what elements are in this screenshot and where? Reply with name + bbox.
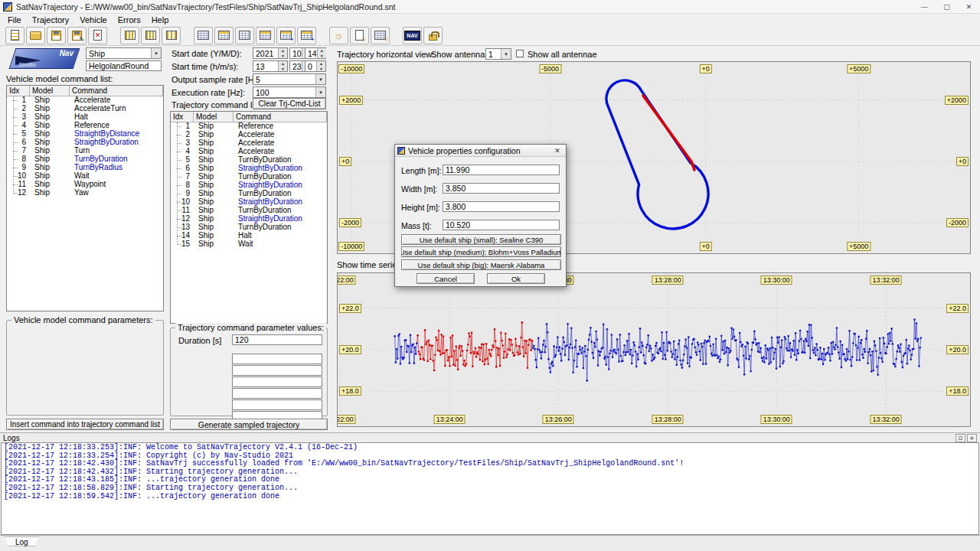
trajectory-param-input-2[interactable] (232, 354, 322, 364)
sample-rate-select[interactable]: 5▼ (253, 73, 326, 85)
command-row-15[interactable]: 15ShipWait (171, 240, 327, 249)
vehicle-properties-icon (355, 30, 364, 41)
duration-input[interactable]: 120 (232, 334, 322, 345)
menu-file[interactable]: File (2, 15, 27, 24)
cmd-table-2-button[interactable] (214, 27, 234, 44)
chevron-down-icon[interactable]: ▼ (315, 87, 325, 97)
spinner-arrows-icon[interactable]: ▲▼ (316, 61, 325, 71)
column-header-idx[interactable]: Idx (171, 112, 194, 122)
cancel-button[interactable]: Cancel (416, 273, 475, 284)
execution-rate-select[interactable]: 100▼ (253, 86, 326, 98)
cmd-table-5-button[interactable] (276, 27, 296, 44)
trajectory-command-table[interactable]: IdxModelCommand1ShipReference2ShipAccele… (170, 111, 328, 324)
clear-trj-cmd-list-button[interactable]: Clear Trj-Cmd-List (253, 98, 326, 109)
vehicle-properties-dialog: Vehicle properties configuration ✕ Lengt… (394, 144, 567, 287)
start-time-second-spinner[interactable]: 0 ▲▼ (305, 60, 326, 72)
error-levels-2-button[interactable] (141, 27, 160, 44)
height-input[interactable]: 3.800 (443, 201, 560, 212)
save-file-button[interactable] (47, 27, 66, 44)
trajectory-param-input-3[interactable] (232, 365, 322, 376)
vehicle-type-select[interactable]: Ship▼ (86, 47, 162, 59)
logs-float-icon[interactable]: ⊡ (956, 434, 965, 442)
cmd-table-4-button[interactable] (256, 27, 275, 44)
axis-tick-label: +2000 (339, 96, 363, 105)
default-ship-medium-button[interactable]: Use default ship (medium): Blohm+Voss Pa… (401, 246, 561, 257)
error-levels-export-button[interactable] (162, 27, 181, 44)
window-title: SatNavTrajectory - E:/WW/ww00_bin/SatNav… (16, 2, 395, 11)
logs-panel-header: Logs ⊡ ✕ (0, 432, 980, 442)
insert-command-button[interactable]: Insert command into trajectory command l… (6, 419, 164, 430)
column-header-model[interactable]: Model (194, 112, 234, 122)
nav-mode-icon: NAV (404, 31, 420, 41)
default-ship-big-button[interactable]: Use default ship (big): Maersk Alabama (401, 259, 561, 270)
menu-trajectory[interactable]: Trajectory (27, 15, 75, 24)
vehicle-type-value: Ship (89, 49, 105, 58)
chevron-down-icon[interactable]: ▼ (315, 74, 325, 84)
menu-errors[interactable]: Errors (113, 15, 146, 24)
start-date-year-spinner[interactable]: 2021 ▲▼ (253, 47, 288, 59)
axis-tick-label: 13:22:00 (337, 276, 356, 285)
dialog-close-icon[interactable]: ✕ (551, 147, 564, 155)
spinner-arrows-icon[interactable]: ▲▼ (278, 48, 287, 58)
trajectory-parameter-values-group: Trajectory command parameter values: Dur… (170, 328, 328, 416)
column-header-idx[interactable]: Idx (7, 86, 30, 96)
error-levels-2-icon (145, 31, 156, 40)
save-file-as-button[interactable] (67, 27, 87, 44)
default-ship-small-button[interactable]: Use default ship (small): Sealine C390 (401, 234, 561, 245)
maximize-button[interactable]: ▢ (936, 0, 958, 14)
settings-button[interactable] (329, 27, 348, 44)
nav-mode-button[interactable]: NAV (403, 27, 422, 44)
column-header-command[interactable]: Command (70, 86, 163, 96)
dialog-titlebar[interactable]: Vehicle properties configuration ✕ (395, 145, 566, 157)
start-time-hour-spinner[interactable]: 13 ▲▼ (253, 60, 288, 72)
axis-tick-label: +5000 (847, 64, 871, 73)
log-tab[interactable]: Log (4, 536, 40, 546)
command-row-12[interactable]: 12ShipYaw (7, 189, 163, 197)
vehicle-model-command-list-label: Vehicle model command list: (6, 74, 113, 83)
trajectory-param-input-5[interactable] (232, 388, 322, 399)
close-file-button[interactable] (88, 27, 107, 44)
spinner-arrows-icon[interactable]: ▲▼ (317, 48, 326, 58)
axis-tick-label: +0 (700, 64, 712, 73)
axis-tick-label: +22.0 (339, 304, 361, 313)
trajectory-param-input-4[interactable] (232, 377, 322, 387)
axis-tick-label: +0 (339, 157, 351, 166)
logs-close-icon[interactable]: ✕ (967, 434, 977, 442)
vehicle-model-command-table[interactable]: IdxModelCommand1ShipAccelerate2ShipAccel… (6, 85, 164, 311)
new-file-button[interactable] (5, 27, 24, 44)
generate-trajectory-button[interactable]: Generate sampled trajectory (170, 419, 328, 430)
width-input[interactable]: 3.850 (443, 183, 560, 194)
error-levels-1-button[interactable] (120, 27, 139, 44)
column-header-command[interactable]: Command (234, 112, 327, 122)
close-button[interactable]: ✕ (958, 0, 980, 14)
logo-nav-text: Nav (60, 49, 74, 57)
trajectory-param-input-6[interactable] (232, 399, 322, 410)
axis-tick-label: +18.0 (339, 386, 361, 396)
execution-rate-value: 100 (256, 88, 270, 97)
length-input[interactable]: 11.990 (443, 165, 560, 175)
chevron-down-icon[interactable]: ▼ (151, 48, 161, 58)
axis-tick-label: +22.0 (946, 304, 969, 313)
vehicle-name-input[interactable]: HelgolandRound (86, 60, 162, 71)
show-all-antennae-checkbox[interactable] (516, 50, 524, 57)
ok-button[interactable]: Ok (487, 273, 545, 284)
lock-button[interactable] (423, 27, 443, 44)
cmd-table-3-button[interactable] (235, 27, 254, 44)
mass-input[interactable]: 10.520 (443, 220, 560, 230)
chevron-down-icon[interactable]: ▼ (501, 49, 511, 59)
spinner-arrows-icon[interactable]: ▲▼ (278, 61, 287, 71)
menu-vehicle[interactable]: Vehicle (74, 15, 112, 24)
cmd-table-6-button[interactable] (297, 27, 316, 44)
column-header-model[interactable]: Model (30, 86, 70, 96)
log-output[interactable]: [2021-12-17 12:18:33.253]:INF: Welcome t… (1, 442, 979, 535)
minimize-button[interactable]: — (913, 0, 936, 14)
axis-tick-label: -2000 (339, 218, 361, 227)
trajectory-settings-button[interactable] (371, 27, 390, 44)
cmd-table-1-button[interactable] (194, 27, 213, 44)
vehicle-properties-button[interactable] (350, 27, 369, 44)
start-date-day-spinner[interactable]: 14 ▲▼ (305, 47, 326, 59)
menu-help[interactable]: Help (146, 15, 175, 24)
open-file-button[interactable] (26, 27, 45, 44)
antenna-select[interactable]: 1▼ (485, 48, 511, 60)
month-value: 10 (292, 49, 302, 58)
